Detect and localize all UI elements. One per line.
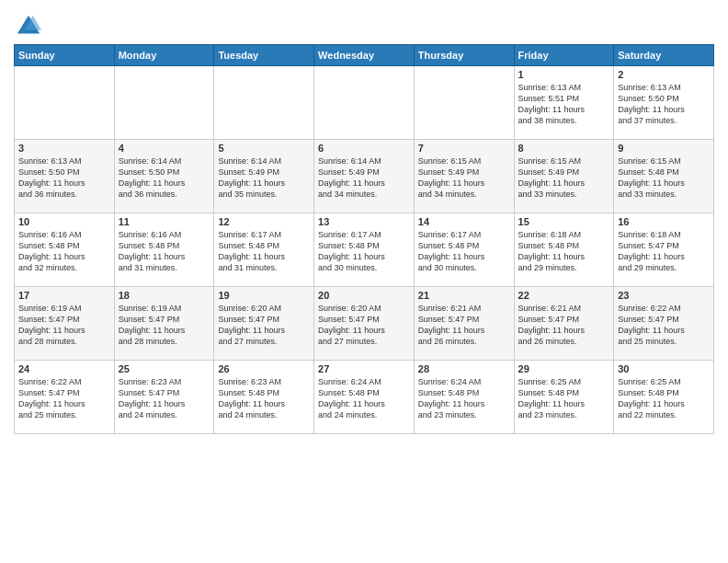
day-info: Sunrise: 6:23 AM Sunset: 5:48 PM Dayligh… [218, 376, 310, 421]
day-number: 17 [18, 290, 110, 301]
day-info: Sunrise: 6:21 AM Sunset: 5:47 PM Dayligh… [518, 303, 610, 348]
day-info: Sunrise: 6:21 AM Sunset: 5:47 PM Dayligh… [418, 303, 510, 348]
day-info: Sunrise: 6:15 AM Sunset: 5:48 PM Dayligh… [618, 155, 710, 201]
calendar-cell: 10Sunrise: 6:16 AM Sunset: 5:48 PM Dayli… [15, 213, 115, 287]
day-number: 10 [18, 216, 110, 227]
calendar-cell: 26Sunrise: 6:23 AM Sunset: 5:48 PM Dayli… [214, 361, 314, 434]
calendar-cell: 2Sunrise: 6:13 AM Sunset: 5:50 PM Daylig… [614, 66, 714, 140]
day-number: 13 [318, 216, 410, 227]
day-info: Sunrise: 6:19 AM Sunset: 5:47 PM Dayligh… [18, 303, 110, 348]
day-number: 3 [18, 143, 110, 154]
day-number: 6 [318, 143, 410, 154]
day-info: Sunrise: 6:19 AM Sunset: 5:47 PM Dayligh… [119, 303, 210, 348]
calendar-cell: 15Sunrise: 6:18 AM Sunset: 5:48 PM Dayli… [514, 213, 614, 287]
calendar-cell [414, 66, 514, 140]
day-info: Sunrise: 6:22 AM Sunset: 5:47 PM Dayligh… [18, 376, 110, 421]
page-container: SundayMondayTuesdayWednesdayThursdayFrid… [0, 0, 728, 443]
day-number: 28 [418, 363, 510, 374]
header-saturday: Saturday [614, 45, 714, 66]
day-info: Sunrise: 6:16 AM Sunset: 5:48 PM Dayligh… [119, 229, 210, 274]
calendar-cell [114, 66, 214, 140]
calendar-cell: 1Sunrise: 6:13 AM Sunset: 5:51 PM Daylig… [514, 66, 614, 140]
day-number: 4 [119, 143, 210, 154]
logo [14, 13, 41, 39]
day-number: 7 [418, 143, 510, 154]
day-info: Sunrise: 6:22 AM Sunset: 5:47 PM Dayligh… [618, 303, 710, 348]
day-number: 5 [218, 143, 310, 154]
day-info: Sunrise: 6:13 AM Sunset: 5:51 PM Dayligh… [518, 82, 610, 127]
day-info: Sunrise: 6:17 AM Sunset: 5:48 PM Dayligh… [318, 229, 410, 274]
day-number: 14 [418, 216, 510, 227]
header-thursday: Thursday [414, 45, 514, 66]
calendar-cell: 17Sunrise: 6:19 AM Sunset: 5:47 PM Dayli… [15, 287, 115, 361]
day-info: Sunrise: 6:24 AM Sunset: 5:48 PM Dayligh… [418, 376, 510, 421]
calendar-cell: 6Sunrise: 6:14 AM Sunset: 5:49 PM Daylig… [314, 140, 415, 213]
calendar-week-row: 17Sunrise: 6:19 AM Sunset: 5:47 PM Dayli… [15, 287, 714, 361]
day-number: 26 [218, 363, 310, 374]
calendar-table: SundayMondayTuesdayWednesdayThursdayFrid… [14, 44, 714, 434]
day-info: Sunrise: 6:17 AM Sunset: 5:48 PM Dayligh… [418, 229, 510, 274]
calendar-cell: 7Sunrise: 6:15 AM Sunset: 5:49 PM Daylig… [414, 140, 514, 213]
calendar-cell: 9Sunrise: 6:15 AM Sunset: 5:48 PM Daylig… [614, 140, 714, 213]
day-info: Sunrise: 6:14 AM Sunset: 5:50 PM Dayligh… [119, 155, 210, 201]
calendar-cell [15, 66, 115, 140]
calendar-cell: 5Sunrise: 6:14 AM Sunset: 5:49 PM Daylig… [214, 140, 314, 213]
day-info: Sunrise: 6:15 AM Sunset: 5:49 PM Dayligh… [518, 155, 610, 201]
day-number: 1 [518, 69, 610, 80]
calendar-cell [214, 66, 314, 140]
calendar-week-row: 1Sunrise: 6:13 AM Sunset: 5:51 PM Daylig… [15, 66, 714, 140]
day-info: Sunrise: 6:25 AM Sunset: 5:48 PM Dayligh… [618, 376, 710, 421]
day-number: 22 [518, 290, 610, 301]
logo-icon [16, 13, 41, 39]
day-number: 29 [518, 363, 610, 374]
day-info: Sunrise: 6:20 AM Sunset: 5:47 PM Dayligh… [218, 303, 310, 348]
calendar-header-row: SundayMondayTuesdayWednesdayThursdayFrid… [15, 45, 714, 66]
calendar-cell: 30Sunrise: 6:25 AM Sunset: 5:48 PM Dayli… [614, 361, 714, 434]
day-number: 30 [618, 363, 710, 374]
day-number: 9 [618, 143, 710, 154]
day-info: Sunrise: 6:14 AM Sunset: 5:49 PM Dayligh… [218, 155, 310, 201]
day-info: Sunrise: 6:24 AM Sunset: 5:48 PM Dayligh… [318, 376, 410, 421]
day-number: 27 [318, 363, 410, 374]
calendar-cell: 23Sunrise: 6:22 AM Sunset: 5:47 PM Dayli… [614, 287, 714, 361]
calendar-cell: 21Sunrise: 6:21 AM Sunset: 5:47 PM Dayli… [414, 287, 514, 361]
day-info: Sunrise: 6:13 AM Sunset: 5:50 PM Dayligh… [18, 155, 110, 201]
day-info: Sunrise: 6:13 AM Sunset: 5:50 PM Dayligh… [618, 82, 710, 127]
logo-general [14, 13, 41, 39]
header-sunday: Sunday [15, 45, 115, 66]
calendar-cell: 27Sunrise: 6:24 AM Sunset: 5:48 PM Dayli… [314, 361, 415, 434]
calendar-cell: 3Sunrise: 6:13 AM Sunset: 5:50 PM Daylig… [15, 140, 115, 213]
calendar-cell: 22Sunrise: 6:21 AM Sunset: 5:47 PM Dayli… [514, 287, 614, 361]
calendar-cell: 20Sunrise: 6:20 AM Sunset: 5:47 PM Dayli… [314, 287, 415, 361]
day-number: 23 [618, 290, 710, 301]
day-info: Sunrise: 6:17 AM Sunset: 5:48 PM Dayligh… [218, 229, 310, 274]
calendar-cell: 13Sunrise: 6:17 AM Sunset: 5:48 PM Dayli… [314, 213, 415, 287]
day-number: 11 [119, 216, 210, 227]
header-friday: Friday [514, 45, 614, 66]
day-number: 24 [18, 363, 110, 374]
day-info: Sunrise: 6:15 AM Sunset: 5:49 PM Dayligh… [418, 155, 510, 201]
calendar-week-row: 24Sunrise: 6:22 AM Sunset: 5:47 PM Dayli… [15, 361, 714, 434]
day-info: Sunrise: 6:18 AM Sunset: 5:48 PM Dayligh… [518, 229, 610, 274]
day-number: 25 [119, 363, 210, 374]
day-number: 19 [218, 290, 310, 301]
header [14, 9, 714, 39]
day-number: 8 [518, 143, 610, 154]
calendar-week-row: 10Sunrise: 6:16 AM Sunset: 5:48 PM Dayli… [15, 213, 714, 287]
day-info: Sunrise: 6:20 AM Sunset: 5:47 PM Dayligh… [318, 303, 410, 348]
calendar-cell: 28Sunrise: 6:24 AM Sunset: 5:48 PM Dayli… [414, 361, 514, 434]
day-info: Sunrise: 6:14 AM Sunset: 5:49 PM Dayligh… [318, 155, 410, 201]
day-number: 21 [418, 290, 510, 301]
header-tuesday: Tuesday [214, 45, 314, 66]
calendar-cell: 25Sunrise: 6:23 AM Sunset: 5:47 PM Dayli… [114, 361, 214, 434]
day-number: 16 [618, 216, 710, 227]
day-info: Sunrise: 6:18 AM Sunset: 5:47 PM Dayligh… [618, 229, 710, 274]
header-wednesday: Wednesday [314, 45, 415, 66]
logo-text-block [14, 13, 41, 39]
header-monday: Monday [114, 45, 214, 66]
calendar-cell: 8Sunrise: 6:15 AM Sunset: 5:49 PM Daylig… [514, 140, 614, 213]
calendar-cell: 24Sunrise: 6:22 AM Sunset: 5:47 PM Dayli… [15, 361, 115, 434]
calendar-cell: 12Sunrise: 6:17 AM Sunset: 5:48 PM Dayli… [214, 213, 314, 287]
day-info: Sunrise: 6:23 AM Sunset: 5:47 PM Dayligh… [119, 376, 210, 421]
day-number: 12 [218, 216, 310, 227]
